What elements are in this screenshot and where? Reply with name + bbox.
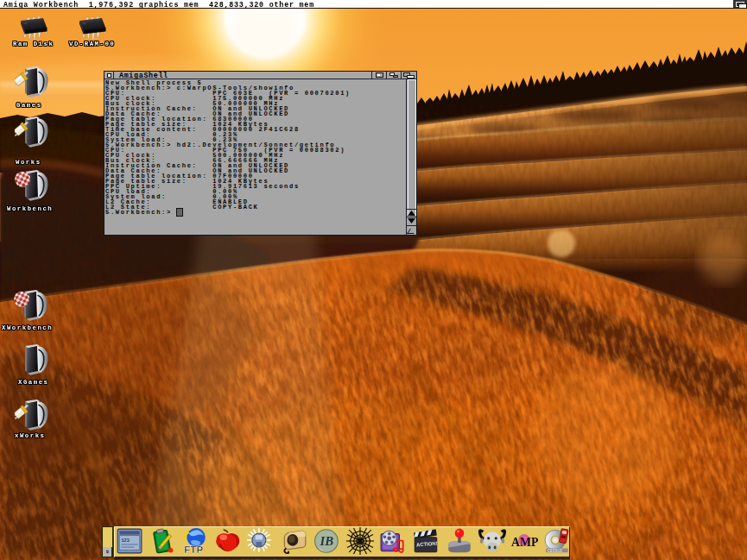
svg-text:123: 123 [121,538,130,544]
svg-text:IB: IB [319,534,333,548]
svg-text:CDCOLD: CDCOLD [548,549,562,553]
svg-text:AMP: AMP [511,536,539,549]
svg-text:FTP: FTP [184,544,203,555]
